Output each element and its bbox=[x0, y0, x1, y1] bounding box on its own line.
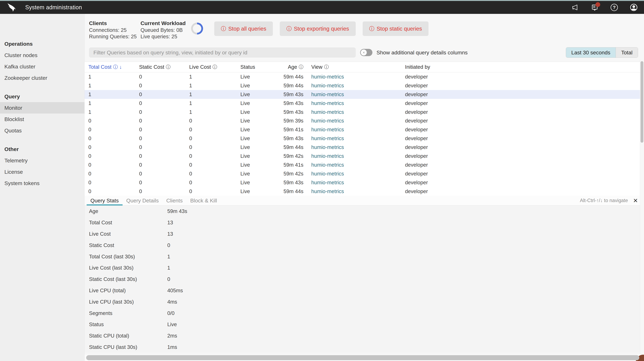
sidebar-item[interactable]: Quotas bbox=[0, 125, 84, 136]
cell-live-cost: 1 bbox=[189, 109, 240, 115]
info-icon[interactable]: ⓘ bbox=[166, 64, 170, 70]
cell-live-cost: 0 bbox=[189, 180, 240, 186]
stop-queries-button[interactable]: ⓘ Stop exporting queries bbox=[280, 22, 356, 36]
range-option[interactable]: Total bbox=[616, 48, 638, 58]
stat-row: Static Cost 0 bbox=[89, 240, 640, 251]
cell-live-cost: 0 bbox=[189, 135, 240, 141]
view-link[interactable]: humio-metrics bbox=[311, 91, 344, 97]
query-actions: ⓘ Stop all queries ⓘ Stop exporting quer… bbox=[214, 22, 428, 36]
sidebar-item[interactable]: Blocklist bbox=[0, 114, 84, 125]
table-row[interactable]: 1 0 1 Live 59m 43s humio-metrics develop… bbox=[84, 108, 640, 117]
view-link[interactable]: humio-metrics bbox=[311, 144, 344, 150]
panel-tab[interactable]: Block & Kill bbox=[186, 196, 221, 205]
cell-age: 59m 43s bbox=[277, 109, 311, 115]
view-link[interactable]: humio-metrics bbox=[311, 188, 344, 194]
column-header[interactable]: Static Cost ⓘ ↓ bbox=[139, 64, 189, 70]
column-header[interactable]: Age ⓘ ↓ bbox=[277, 64, 311, 70]
view-link[interactable]: humio-metrics bbox=[311, 162, 344, 168]
column-header[interactable]: Live Cost ⓘ ↓ bbox=[189, 64, 240, 70]
sidebar-item[interactable]: Telemetry bbox=[0, 155, 84, 166]
info-icon[interactable]: ⓘ bbox=[299, 64, 304, 70]
cell-view: humio-metrics bbox=[311, 171, 405, 177]
help-icon[interactable]: ? bbox=[610, 4, 618, 11]
cell-live-cost: 0 bbox=[189, 127, 240, 133]
stat-label: Live Cost (last 30s) bbox=[89, 265, 167, 271]
stop-queries-button[interactable]: ⓘ Stop all queries bbox=[214, 22, 273, 36]
horizontal-scrollbar-thumb[interactable] bbox=[86, 355, 639, 360]
table-row[interactable]: 1 0 1 Live 59m 44s humio-metrics develop… bbox=[84, 81, 640, 90]
panel-tab[interactable]: Query Stats bbox=[87, 196, 122, 205]
range-option[interactable]: Last 30 seconds bbox=[566, 48, 616, 58]
cell-static-cost: 0 bbox=[139, 83, 189, 89]
cell-initiated-by: developer bbox=[405, 118, 640, 124]
cell-initiated-by: developer bbox=[405, 74, 640, 80]
cell-static-cost: 0 bbox=[139, 100, 189, 106]
announcements-icon[interactable] bbox=[571, 4, 579, 11]
view-link[interactable]: humio-metrics bbox=[311, 127, 344, 132]
stat-label: Age bbox=[89, 208, 167, 214]
sidebar-items-other: Telemetry License System tokens bbox=[0, 155, 84, 189]
table-row[interactable]: 0 0 0 Live 59m 44s humio-metrics develop… bbox=[84, 143, 640, 152]
view-link[interactable]: humio-metrics bbox=[311, 100, 344, 106]
stat-row: Status Live bbox=[89, 319, 640, 330]
column-header[interactable]: Status ⓘ ↓ bbox=[240, 64, 277, 70]
cell-age: 59m 41s bbox=[277, 162, 311, 168]
cell-initiated-by: developer bbox=[405, 180, 640, 186]
stat-value: 405ms bbox=[167, 287, 640, 293]
vertical-scrollbar bbox=[640, 59, 644, 354]
stat-label: Static CPU (total) bbox=[89, 333, 167, 339]
user-avatar[interactable] bbox=[630, 4, 638, 11]
cell-view: humio-metrics bbox=[311, 74, 405, 80]
info-icon[interactable]: ⓘ bbox=[113, 64, 118, 70]
table-row[interactable]: 0 0 0 Live 59m 43s humio-metrics develop… bbox=[84, 178, 640, 187]
table-row[interactable]: 0 0 0 Live 59m 41s humio-metrics develop… bbox=[84, 125, 640, 134]
cell-total-cost: 0 bbox=[88, 127, 139, 133]
panel-tab[interactable]: Clients bbox=[162, 196, 186, 205]
cell-live-cost: 0 bbox=[189, 171, 240, 177]
sidebar-item[interactable]: License bbox=[0, 166, 84, 178]
stat-label: Static Cost (last 30s) bbox=[89, 276, 167, 282]
sidebar-item[interactable]: Zookeeper cluster bbox=[0, 72, 84, 84]
table-row[interactable]: 0 0 0 Live 59m 42s humio-metrics develop… bbox=[84, 169, 640, 178]
cell-total-cost: 0 bbox=[88, 188, 139, 194]
view-link[interactable]: humio-metrics bbox=[311, 153, 344, 159]
info-icon: ⓘ bbox=[221, 25, 226, 32]
table-row[interactable]: 0 0 0 Live 59m 44s humio-metrics develop… bbox=[84, 187, 640, 196]
sidebar-item[interactable]: Monitor bbox=[0, 102, 84, 114]
cell-total-cost: 0 bbox=[88, 153, 139, 159]
close-icon[interactable]: × bbox=[633, 197, 638, 204]
table-row[interactable]: 0 0 0 Live 59m 42s humio-metrics develop… bbox=[84, 152, 640, 160]
view-link[interactable]: humio-metrics bbox=[311, 109, 344, 115]
table-row[interactable]: 1 0 1 Live 59m 43s humio-metrics develop… bbox=[84, 99, 640, 108]
column-header[interactable]: Total Cost ⓘ ↓ bbox=[88, 64, 139, 70]
table-row[interactable]: 0 0 0 Live 59m 39s humio-metrics develop… bbox=[84, 116, 640, 125]
view-link[interactable]: humio-metrics bbox=[311, 180, 344, 185]
sidebar-item[interactable]: Kafka cluster bbox=[0, 61, 84, 72]
info-icon[interactable]: ⓘ bbox=[212, 64, 217, 70]
column-header[interactable]: View ⓘ ↓ bbox=[311, 64, 405, 70]
vertical-scrollbar-thumb[interactable] bbox=[640, 61, 643, 143]
view-link[interactable]: humio-metrics bbox=[311, 74, 344, 80]
sidebar-item[interactable]: Cluster nodes bbox=[0, 50, 84, 61]
stop-queries-button[interactable]: ⓘ Stop static queries bbox=[363, 22, 429, 36]
table-row[interactable]: 1 0 1 Live 59m 44s humio-metrics develop… bbox=[84, 72, 640, 81]
view-link[interactable]: humio-metrics bbox=[311, 135, 344, 141]
view-link[interactable]: humio-metrics bbox=[311, 118, 344, 124]
view-link[interactable]: humio-metrics bbox=[311, 83, 344, 89]
info-icon[interactable]: ⓘ bbox=[324, 64, 329, 70]
cell-status: Live bbox=[240, 91, 277, 97]
column-header[interactable]: Initiated by ⓘ ↓ bbox=[405, 64, 640, 70]
panel-tab[interactable]: Query Details bbox=[122, 196, 162, 205]
view-link[interactable]: humio-metrics bbox=[311, 171, 344, 177]
table-row[interactable]: 1 0 1 Live 59m 43s humio-metrics develop… bbox=[84, 90, 640, 99]
cell-total-cost: 0 bbox=[88, 118, 139, 124]
table-header-row: Total Cost ⓘ ↓ Static Cost ⓘ ↓ Live Cost… bbox=[84, 62, 640, 72]
cell-initiated-by: developer bbox=[405, 171, 640, 177]
table-row[interactable]: 0 0 0 Live 59m 41s humio-metrics develop… bbox=[84, 160, 640, 169]
sidebar-section-other: Other Telemetry License System tokens bbox=[0, 143, 84, 189]
sidebar-item[interactable]: System tokens bbox=[0, 178, 84, 189]
filter-queries-input[interactable] bbox=[89, 48, 356, 58]
table-row[interactable]: 0 0 0 Live 59m 43s humio-metrics develop… bbox=[84, 134, 640, 143]
show-columns-toggle[interactable]: × bbox=[360, 49, 372, 56]
messages-icon[interactable] bbox=[591, 4, 599, 11]
